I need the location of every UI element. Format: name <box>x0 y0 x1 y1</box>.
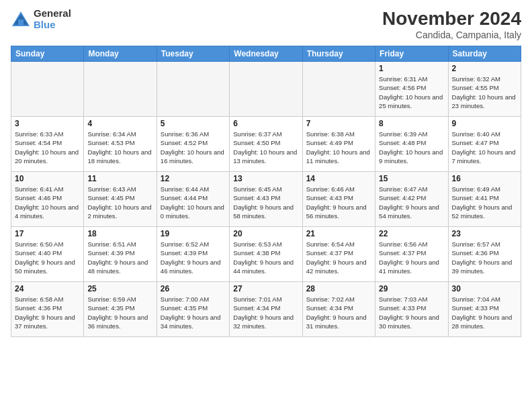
day-info: Sunrise: 6:52 AMSunset: 4:39 PMDaylight:… <box>161 240 226 275</box>
day-info: Sunrise: 7:04 AMSunset: 4:33 PMDaylight:… <box>452 295 517 330</box>
day-number: 16 <box>452 174 517 183</box>
logo-blue-text: Blue <box>34 19 71 31</box>
day-number: 6 <box>233 119 298 128</box>
header: General Blue November 2024 Candida, Camp… <box>11 8 521 40</box>
header-thursday: Thursday <box>302 46 375 62</box>
calendar-cell: 18Sunrise: 6:51 AMSunset: 4:39 PMDayligh… <box>84 227 157 282</box>
day-number: 10 <box>15 174 80 183</box>
day-number: 17 <box>15 229 80 238</box>
calendar-cell: 1Sunrise: 6:31 AMSunset: 4:56 PMDaylight… <box>375 62 448 117</box>
calendar-header: Sunday Monday Tuesday Wednesday Thursday… <box>11 46 521 62</box>
day-number: 4 <box>87 119 152 128</box>
calendar-cell: 2Sunrise: 6:32 AMSunset: 4:55 PMDaylight… <box>448 62 521 117</box>
calendar-body: 1Sunrise: 6:31 AMSunset: 4:56 PMDaylight… <box>11 62 521 337</box>
day-number: 5 <box>161 119 226 128</box>
day-info: Sunrise: 6:56 AMSunset: 4:37 PMDaylight:… <box>379 240 444 275</box>
day-info: Sunrise: 6:33 AMSunset: 4:54 PMDaylight:… <box>15 130 80 165</box>
calendar-cell: 28Sunrise: 7:02 AMSunset: 4:34 PMDayligh… <box>302 282 375 337</box>
day-number: 25 <box>87 284 152 293</box>
day-info: Sunrise: 6:32 AMSunset: 4:55 PMDaylight:… <box>452 75 517 110</box>
day-info: Sunrise: 6:38 AMSunset: 4:49 PMDaylight:… <box>306 130 371 165</box>
calendar-cell: 13Sunrise: 6:45 AMSunset: 4:43 PMDayligh… <box>230 172 302 227</box>
title-block: November 2024 Candida, Campania, Italy <box>382 8 521 40</box>
day-info: Sunrise: 6:58 AMSunset: 4:36 PMDaylight:… <box>15 295 80 330</box>
calendar-week-3: 10Sunrise: 6:41 AMSunset: 4:46 PMDayligh… <box>11 172 521 227</box>
day-info: Sunrise: 7:00 AMSunset: 4:35 PMDaylight:… <box>161 295 226 330</box>
calendar-cell: 30Sunrise: 7:04 AMSunset: 4:33 PMDayligh… <box>448 282 521 337</box>
day-info: Sunrise: 6:34 AMSunset: 4:53 PMDaylight:… <box>87 130 152 165</box>
day-number: 22 <box>379 229 444 238</box>
calendar-cell: 20Sunrise: 6:53 AMSunset: 4:38 PMDayligh… <box>230 227 302 282</box>
day-info: Sunrise: 6:39 AMSunset: 4:48 PMDaylight:… <box>379 130 444 165</box>
calendar-cell: 22Sunrise: 6:56 AMSunset: 4:37 PMDayligh… <box>375 227 448 282</box>
logo-general-text: General <box>34 8 71 19</box>
calendar-week-2: 3Sunrise: 6:33 AMSunset: 4:54 PMDaylight… <box>11 117 521 172</box>
day-info: Sunrise: 6:59 AMSunset: 4:35 PMDaylight:… <box>87 295 152 330</box>
header-monday: Monday <box>84 46 157 62</box>
calendar-cell: 29Sunrise: 7:03 AMSunset: 4:33 PMDayligh… <box>375 282 448 337</box>
calendar-cell: 9Sunrise: 6:40 AMSunset: 4:47 PMDaylight… <box>448 117 521 172</box>
calendar-cell: 8Sunrise: 6:39 AMSunset: 4:48 PMDaylight… <box>375 117 448 172</box>
svg-rect-2 <box>18 19 24 26</box>
day-info: Sunrise: 6:41 AMSunset: 4:46 PMDaylight:… <box>15 185 80 220</box>
header-saturday: Saturday <box>448 46 521 62</box>
day-info: Sunrise: 6:53 AMSunset: 4:38 PMDaylight:… <box>233 240 298 275</box>
day-info: Sunrise: 6:43 AMSunset: 4:45 PMDaylight:… <box>87 185 152 220</box>
day-number: 27 <box>233 284 298 293</box>
calendar-cell: 19Sunrise: 6:52 AMSunset: 4:39 PMDayligh… <box>157 227 229 282</box>
day-number: 21 <box>306 229 371 238</box>
calendar-cell: 14Sunrise: 6:46 AMSunset: 4:43 PMDayligh… <box>302 172 375 227</box>
day-number: 18 <box>87 229 152 238</box>
calendar-cell <box>84 62 157 117</box>
calendar-cell: 26Sunrise: 7:00 AMSunset: 4:35 PMDayligh… <box>157 282 229 337</box>
day-number: 23 <box>452 229 517 238</box>
day-info: Sunrise: 7:01 AMSunset: 4:34 PMDaylight:… <box>233 295 298 330</box>
day-info: Sunrise: 6:47 AMSunset: 4:42 PMDaylight:… <box>379 185 444 220</box>
calendar-cell <box>230 62 302 117</box>
day-info: Sunrise: 6:49 AMSunset: 4:41 PMDaylight:… <box>452 185 517 220</box>
day-info: Sunrise: 7:03 AMSunset: 4:33 PMDaylight:… <box>379 295 444 330</box>
day-info: Sunrise: 6:54 AMSunset: 4:37 PMDaylight:… <box>306 240 371 275</box>
day-info: Sunrise: 7:02 AMSunset: 4:34 PMDaylight:… <box>306 295 371 330</box>
day-number: 28 <box>306 284 371 293</box>
day-info: Sunrise: 6:45 AMSunset: 4:43 PMDaylight:… <box>233 185 298 220</box>
day-info: Sunrise: 6:37 AMSunset: 4:50 PMDaylight:… <box>233 130 298 165</box>
day-info: Sunrise: 6:57 AMSunset: 4:36 PMDaylight:… <box>452 240 517 275</box>
day-info: Sunrise: 6:44 AMSunset: 4:44 PMDaylight:… <box>161 185 226 220</box>
header-wednesday: Wednesday <box>230 46 302 62</box>
calendar-cell: 21Sunrise: 6:54 AMSunset: 4:37 PMDayligh… <box>302 227 375 282</box>
calendar-week-5: 24Sunrise: 6:58 AMSunset: 4:36 PMDayligh… <box>11 282 521 337</box>
day-number: 14 <box>306 174 371 183</box>
calendar-cell: 4Sunrise: 6:34 AMSunset: 4:53 PMDaylight… <box>84 117 157 172</box>
header-friday: Friday <box>375 46 448 62</box>
day-number: 8 <box>379 119 444 128</box>
day-number: 1 <box>379 64 444 73</box>
calendar-cell <box>302 62 375 117</box>
calendar-cell: 10Sunrise: 6:41 AMSunset: 4:46 PMDayligh… <box>11 172 84 227</box>
calendar-cell: 15Sunrise: 6:47 AMSunset: 4:42 PMDayligh… <box>375 172 448 227</box>
day-info: Sunrise: 6:50 AMSunset: 4:40 PMDaylight:… <box>15 240 80 275</box>
day-info: Sunrise: 6:51 AMSunset: 4:39 PMDaylight:… <box>87 240 152 275</box>
calendar-cell: 3Sunrise: 6:33 AMSunset: 4:54 PMDaylight… <box>11 117 84 172</box>
day-number: 12 <box>161 174 226 183</box>
location: Candida, Campania, Italy <box>382 30 521 40</box>
calendar-cell: 25Sunrise: 6:59 AMSunset: 4:35 PMDayligh… <box>84 282 157 337</box>
day-number: 2 <box>452 64 517 73</box>
day-info: Sunrise: 6:31 AMSunset: 4:56 PMDaylight:… <box>379 75 444 110</box>
calendar-cell: 7Sunrise: 6:38 AMSunset: 4:49 PMDaylight… <box>302 117 375 172</box>
calendar-cell <box>11 62 84 117</box>
day-info: Sunrise: 6:46 AMSunset: 4:43 PMDaylight:… <box>306 185 371 220</box>
day-number: 11 <box>87 174 152 183</box>
logo: General Blue <box>11 8 71 30</box>
header-tuesday: Tuesday <box>157 46 229 62</box>
page: General Blue November 2024 Candida, Camp… <box>0 0 532 411</box>
month-year: November 2024 <box>382 8 521 30</box>
calendar-week-1: 1Sunrise: 6:31 AMSunset: 4:56 PMDaylight… <box>11 62 521 117</box>
calendar-table: Sunday Monday Tuesday Wednesday Thursday… <box>11 46 521 337</box>
calendar-cell: 23Sunrise: 6:57 AMSunset: 4:36 PMDayligh… <box>448 227 521 282</box>
header-sunday: Sunday <box>11 46 84 62</box>
day-number: 26 <box>161 284 226 293</box>
day-number: 9 <box>452 119 517 128</box>
calendar-cell: 6Sunrise: 6:37 AMSunset: 4:50 PMDaylight… <box>230 117 302 172</box>
logo-text: General Blue <box>34 8 71 30</box>
